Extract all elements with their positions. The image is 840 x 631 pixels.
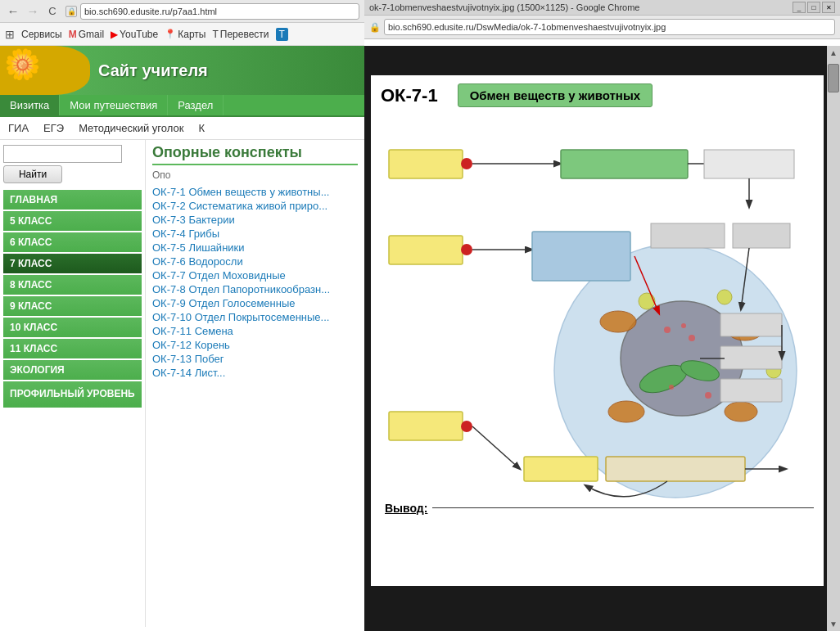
svg-rect-11: [532, 232, 630, 281]
link-ok712[interactable]: ОК-7-12 Корень: [152, 339, 230, 351]
site-title: Сайт учителя: [98, 61, 208, 80]
diagram-container: ОК-7-1 Обмен веществ у животных: [371, 75, 824, 624]
sidebar-item-7klass[interactable]: 7 КЛАСС: [3, 254, 142, 273]
sidebar-item-11klass[interactable]: 11 КЛАСС: [3, 339, 142, 358]
bookmarks-bar: ⊞ Сервисы M Gmail ▶ YouTube 📍 Карты T Пе…: [0, 23, 364, 46]
search-input[interactable]: [3, 145, 122, 163]
svg-rect-8: [389, 236, 463, 264]
search-button[interactable]: Найти: [3, 165, 62, 183]
site-header: 🌼 Сайт учителя: [0, 46, 364, 95]
link-list: ОК-7-1 Обмен веществ у животны... ОК-7-2…: [152, 186, 358, 379]
diagram-svg: [381, 117, 806, 518]
link-ok711[interactable]: ОК-7-11 Семена: [152, 325, 233, 337]
svg-point-27: [669, 385, 674, 390]
search-area: Найти: [3, 145, 142, 183]
link-ok71[interactable]: ОК-7-1 Обмен веществ у животны...: [152, 186, 329, 198]
svg-point-37: [461, 421, 472, 432]
secondary-nav: ГИА ЕГЭ Методический уголок К: [0, 117, 364, 140]
right-image-panel: ОК-7-1 Обмен веществ у животных: [364, 46, 840, 631]
bookmark-gmail[interactable]: M Gmail: [69, 29, 104, 40]
svg-point-17: [600, 311, 636, 332]
bookmark-servisy[interactable]: Сервисы: [21, 29, 62, 40]
nav-metodic[interactable]: Методический уголок: [79, 122, 183, 134]
diagram-title-box: Обмен веществ у животных: [458, 83, 653, 107]
scroll-up-arrow[interactable]: ▲: [827, 46, 840, 60]
nav-k[interactable]: К: [198, 122, 205, 134]
address-bar-left[interactable]: [80, 3, 359, 20]
back-button[interactable]: ←: [5, 3, 21, 20]
right-browser-chrome: ok-7-1obmenveshaestvujivotnyix.jpg (1500…: [364, 0, 840, 39]
scroll-thumb[interactable]: [828, 64, 839, 92]
minimize-button[interactable]: _: [793, 2, 806, 13]
nav-tab-razdel[interactable]: Раздел: [168, 95, 224, 115]
nav-tab-vizitka[interactable]: Визитка: [0, 95, 60, 115]
sidebar-item-ekologiya[interactable]: ЭКОЛОГИЯ: [3, 360, 142, 380]
site-logo: 🌼: [0, 46, 90, 95]
nav-ege[interactable]: ЕГЭ: [43, 122, 64, 134]
svg-point-9: [461, 244, 472, 255]
svg-rect-0: [389, 150, 463, 178]
sidebar-item-10klass[interactable]: 10 КЛАСС: [3, 318, 142, 337]
svg-rect-29: [720, 313, 782, 336]
svg-point-19: [608, 401, 644, 422]
svg-point-28: [705, 392, 711, 399]
link-ok78[interactable]: ОК-7-8 Отдел Папоротникообразн...: [152, 283, 330, 295]
link-ok74[interactable]: ОК-7-4 Грибы: [152, 228, 219, 240]
diagram-id: ОК-7-1: [381, 85, 438, 106]
section-title: Опорные конспекты: [152, 144, 358, 165]
svg-rect-30: [720, 346, 782, 369]
svg-point-25: [681, 323, 686, 328]
svg-line-38: [472, 426, 520, 469]
svg-point-26: [689, 335, 695, 341]
link-ok714[interactable]: ОК-7-14 Лист...: [152, 367, 225, 379]
main-content: Опорные конспекты Опо ОК-7-1 Обмен вещес…: [146, 140, 364, 627]
link-ok75[interactable]: ОК-7-5 Лишайники: [152, 241, 245, 254]
translate-icon: T: [212, 29, 218, 40]
svg-rect-40: [606, 457, 745, 481]
sidebar-item-5klass[interactable]: 5 КЛАСС: [3, 211, 142, 231]
close-button[interactable]: ✕: [822, 2, 835, 13]
svg-point-21: [639, 293, 655, 309]
bookmark-youtube[interactable]: ▶ YouTube: [111, 29, 158, 40]
svg-rect-3: [561, 150, 688, 178]
sidebar-item-profilny[interactable]: ПРОФИЛЬНЫЙ УРОВЕНЬ: [3, 381, 142, 408]
youtube-icon: ▶: [111, 29, 118, 40]
left-website-panel: 🌼 Сайт учителя Визитка Мои путешествия Р…: [0, 46, 364, 631]
sidebar: Найти ГЛАВНАЯ 5 КЛАСС 6 КЛАСС 7 КЛАСС 8 …: [0, 140, 146, 627]
sidebar-item-9klass[interactable]: 9 КЛАСС: [3, 296, 142, 316]
link-ok76[interactable]: ОК-7-6 Водоросли: [152, 255, 243, 268]
primary-nav: Визитка Мои путешествия Раздел: [0, 95, 364, 117]
forward-button[interactable]: →: [25, 3, 41, 20]
scroll-down-arrow[interactable]: ▼: [827, 617, 840, 631]
refresh-button[interactable]: C: [44, 3, 61, 20]
bookmark-maps[interactable]: 📍 Карты: [165, 29, 205, 40]
link-ok710[interactable]: ОК-7-10 Отдел Покрытосеменные...: [152, 311, 329, 323]
link-ok72[interactable]: ОК-7-2 Систематика живой приро...: [152, 200, 327, 212]
bookmark-translate[interactable]: T Перевести: [212, 29, 269, 40]
scrollbar-right[interactable]: ▲ ▼: [827, 46, 840, 631]
nav-gia[interactable]: ГИА: [8, 122, 29, 134]
address-bar-right[interactable]: [384, 19, 835, 35]
apps-icon[interactable]: ⊞: [5, 28, 15, 41]
svg-rect-13: [733, 223, 790, 248]
lock-icon-right: 🔒: [369, 22, 381, 33]
link-ok79[interactable]: ОК-7-9 Отдел Голосеменные: [152, 297, 296, 309]
svg-point-24: [664, 327, 671, 333]
link-ok713[interactable]: ОК-7-13 Побег: [152, 353, 224, 365]
svg-point-1: [461, 158, 472, 169]
link-ok73[interactable]: ОК-7-3 Бактерии: [152, 214, 235, 226]
svg-rect-12: [651, 223, 725, 248]
maximize-button[interactable]: □: [807, 2, 820, 13]
sidebar-item-8klass[interactable]: 8 КЛАСС: [3, 275, 142, 295]
svg-rect-5: [704, 150, 794, 178]
left-browser-chrome: ← → C 🔒: [0, 0, 364, 23]
breadcrumb: Опо: [152, 169, 358, 181]
conclusion-label: Вывод:: [385, 502, 427, 515]
bookmark-t[interactable]: T: [276, 28, 288, 41]
conclusion-row: Вывод:: [381, 502, 814, 515]
nav-tab-travel[interactable]: Мои путешествия: [60, 95, 168, 115]
gmail-icon: M: [69, 29, 77, 40]
link-ok77[interactable]: ОК-7-7 Отдел Моховидные: [152, 269, 286, 282]
sidebar-item-6klass[interactable]: 6 КЛАСС: [3, 232, 142, 252]
sidebar-item-glavnaya[interactable]: ГЛАВНАЯ: [3, 190, 142, 210]
